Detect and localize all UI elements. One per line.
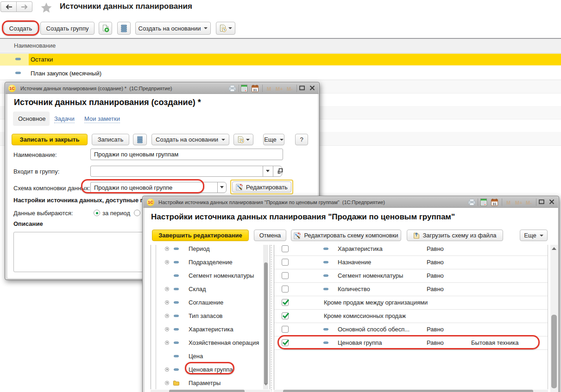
svg-text:31: 31 (253, 88, 257, 92)
svg-text:31: 31 (492, 202, 496, 206)
